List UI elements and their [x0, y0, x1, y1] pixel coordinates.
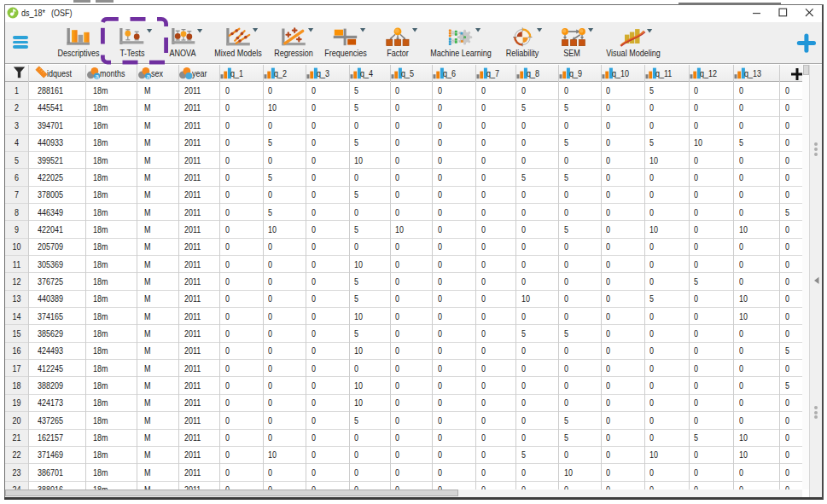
svg-text:a: a	[95, 72, 99, 79]
svg-text:a: a	[146, 72, 150, 79]
